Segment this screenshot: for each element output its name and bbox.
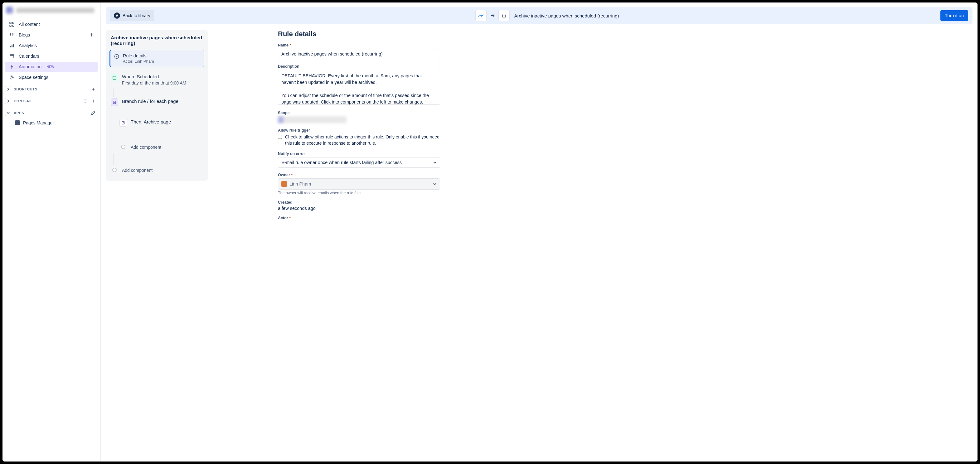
svg-point-8: [11, 77, 13, 78]
add-component-inner[interactable]: Add component: [118, 142, 204, 153]
bolt-icon: [9, 64, 15, 69]
actor-label: Actor *: [278, 216, 440, 220]
circle-icon: [112, 168, 117, 172]
sidebar-app-label: Pages Manager: [23, 120, 54, 126]
sidebar-item-automation[interactable]: Automation NEW: [5, 62, 98, 72]
back-label: Back to library: [123, 13, 150, 18]
sidebar-item-label: Space settings: [19, 75, 48, 80]
owner-label: Owner *: [278, 173, 440, 177]
sidebar-item-label: Blogs: [19, 32, 30, 37]
rule-details-card[interactable]: Rule details Actor: Linh Pham: [110, 50, 204, 67]
created-label: Created: [278, 200, 440, 205]
svg-rect-0: [10, 22, 11, 24]
confluence-icon[interactable]: [475, 10, 487, 21]
filter-icon[interactable]: [83, 99, 88, 103]
sidebar-section-apps: APPS: [5, 106, 98, 118]
created-value: a few seconds ago: [278, 206, 440, 211]
name-input[interactable]: [278, 49, 440, 59]
quote-icon: [9, 32, 15, 37]
rule-details-form: Rule details Name * Description DEFAULT …: [278, 30, 440, 225]
scope-value-redacted: [278, 116, 347, 123]
arrow-right-icon: [490, 13, 495, 18]
branch-title: Branch rule / for each page: [122, 99, 178, 106]
sidebar-item-all-content[interactable]: All content: [5, 19, 98, 29]
chevron-down-icon: [433, 182, 437, 186]
svg-rect-5: [11, 44, 13, 48]
svg-rect-4: [10, 46, 11, 48]
sidebar-app-pages-manager[interactable]: Pages Manager: [5, 119, 98, 127]
chevron-right-icon[interactable]: [5, 86, 11, 92]
allow-trigger-checkbox[interactable]: [278, 135, 282, 139]
breadcrumb: Archive inactive pages when scheduled (r…: [475, 10, 619, 21]
turn-it-on-button[interactable]: Turn it on: [940, 10, 968, 21]
name-label: Name *: [278, 43, 440, 48]
pencil-icon[interactable]: [91, 111, 95, 115]
grid-icon: [9, 22, 15, 27]
rule-details-title: Rule details: [123, 53, 154, 58]
space-header[interactable]: [5, 5, 98, 19]
sidebar-item-label: Automation: [19, 64, 41, 69]
svg-rect-1: [13, 22, 14, 24]
allow-trigger-label: Allow rule trigger: [278, 128, 440, 132]
calendar-icon: [9, 54, 15, 59]
page-icon: [119, 119, 127, 127]
bars-icon: [9, 43, 15, 48]
chevron-down-icon: [433, 160, 437, 164]
svg-rect-11: [113, 76, 116, 79]
flow-action[interactable]: Then: Archive page: [118, 118, 204, 130]
back-to-library-button[interactable]: Back to library: [110, 10, 154, 21]
section-label: SHORTCUTS: [14, 87, 37, 91]
topbar: Back to library Archive inactive pages w…: [106, 7, 972, 24]
circle-icon: [121, 145, 126, 149]
allow-trigger-text: Check to allow other rule actions to tri…: [285, 134, 440, 146]
calendar-icon: [111, 74, 118, 81]
section-label: CONTENT: [14, 99, 32, 103]
svg-rect-6: [13, 44, 14, 48]
sidebar-item-label: Analytics: [19, 43, 37, 48]
plus-icon[interactable]: [89, 32, 94, 37]
chevron-down-icon[interactable]: [5, 110, 11, 116]
sidebar-item-blogs[interactable]: Blogs: [5, 30, 98, 40]
flow-title: Archive inactive pages when scheduled (r…: [110, 35, 204, 50]
description-textarea[interactable]: DEFAULT BEHAVIOR: Every first of the mon…: [278, 70, 440, 105]
sidebar-item-calendars[interactable]: Calendars: [5, 51, 98, 61]
notify-label: Notify on error: [278, 151, 440, 156]
info-icon: [114, 53, 119, 64]
trigger-sub: First day of the month at 9:00 AM: [122, 81, 186, 86]
scope-label: Scope: [278, 111, 440, 115]
svg-rect-13: [122, 122, 124, 124]
archive-icon[interactable]: [498, 10, 510, 21]
avatar: [282, 181, 287, 187]
section-label: APPS: [14, 111, 24, 115]
svg-rect-9: [502, 14, 506, 15]
owner-help: The owner will receive emails when the r…: [278, 191, 440, 195]
owner-select[interactable]: Linh Pham: [278, 178, 440, 189]
plus-icon[interactable]: [91, 87, 95, 91]
chevron-right-icon[interactable]: [5, 98, 11, 104]
plus-icon[interactable]: [91, 99, 95, 103]
sidebar-item-label: Calendars: [19, 54, 39, 59]
add-component-outer[interactable]: Add component: [110, 165, 204, 176]
svg-rect-3: [13, 25, 14, 27]
sidebar-item-label: All content: [19, 22, 40, 27]
sidebar-section-shortcuts: SHORTCUTS: [5, 83, 98, 94]
description-label: Description: [278, 64, 440, 68]
gear-icon: [9, 75, 15, 80]
main-content: Back to library Archive inactive pages w…: [101, 3, 977, 461]
flow-branch[interactable]: Branch rule / for each page: [110, 97, 204, 109]
sidebar-item-analytics[interactable]: Analytics: [5, 41, 98, 51]
notify-select[interactable]: E-mail rule owner once when rule starts …: [278, 157, 440, 168]
sidebar-item-space-settings[interactable]: Space settings: [5, 72, 98, 82]
svg-rect-2: [10, 25, 11, 27]
arrow-left-icon: [114, 13, 120, 19]
details-heading: Rule details: [278, 30, 440, 38]
flow-trigger[interactable]: When: Scheduled First day of the month a…: [110, 73, 204, 89]
new-badge: NEW: [46, 65, 54, 68]
sidebar: All content Blogs Analytics Calendars: [3, 3, 101, 461]
action-title: Then: Archive page: [131, 119, 171, 127]
page-icon: [111, 99, 118, 106]
rule-flow-panel: Archive inactive pages when scheduled (r…: [106, 30, 208, 181]
breadcrumb-title: Archive inactive pages when scheduled (r…: [513, 13, 619, 18]
sidebar-section-content: CONTENT: [5, 95, 98, 106]
app-icon: [15, 120, 20, 126]
